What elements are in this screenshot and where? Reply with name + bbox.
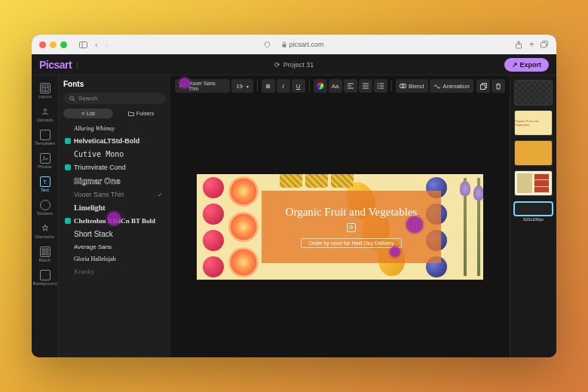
url-text: picsart.com [289,41,323,48]
headline-text[interactable]: Organic Fruit and Vegetables [286,206,418,219]
font-item[interactable]: Average Sans [63,241,166,253]
subline-text[interactable]: Order by noon for Next Day Delivery [301,238,403,248]
svg-point-26 [377,87,378,89]
font-item[interactable]: Kranky [63,265,166,277]
close-window-button[interactable] [39,41,46,48]
maximize-window-button[interactable] [60,41,67,48]
page-thumb-selected[interactable] [514,202,553,216]
rail-elements[interactable]: Elements [33,220,57,242]
font-item[interactable]: Gloria Hallelujah [63,253,166,265]
new-badge [65,218,71,224]
duplicate-button[interactable] [476,79,490,93]
font-item[interactable]: Vooer Sans Thin✓ [63,188,166,201]
font-name: Cutive Mono [74,150,124,158]
color-button[interactable] [314,79,327,93]
svg-line-15 [73,100,75,102]
rail-batch[interactable]: Batch [33,243,57,265]
svg-rect-12 [42,253,44,255]
rail-label: Layout [38,94,51,99]
fonts-view-tabs: ≡List Folders [63,109,166,118]
sidebar-toggle-icon[interactable] [79,41,87,48]
fruit-pineapple [305,174,328,188]
text-case-button[interactable]: Aa [329,79,342,93]
export-label: Export [519,61,541,69]
blend-icon [400,83,406,89]
font-item[interactable]: Sigmar One [63,174,166,188]
project-title[interactable]: ⟳ Project 31 [274,61,314,69]
fonts-panel: Fonts Search ≡List Folders Alluring Whim… [59,75,170,357]
divider [391,81,392,91]
rail-stickers[interactable]: Stickers [33,197,57,219]
font-family-label: Vooer Sans Thin [188,81,226,91]
rail-layout[interactable]: Layout [33,80,57,102]
font-list[interactable]: Alluring WhimsyHelveticaLTStd-BoldCutive… [63,123,166,353]
font-name: Sigmar One [74,176,121,185]
animation-button[interactable]: Animation [430,79,473,93]
back-button[interactable]: ‹ [95,40,98,49]
rail-text[interactable]: TText [33,173,57,195]
page-thumb-1[interactable] [514,80,553,106]
list-button[interactable] [374,79,387,93]
pages-panel: Organic Fruit and Vegetables 520x100px [510,75,556,357]
svg-point-14 [70,96,74,100]
page-thumb-3[interactable] [514,140,553,166]
blend-button[interactable]: Blend [396,79,428,93]
svg-rect-11 [46,249,48,251]
rail-templates[interactable]: Templates [33,127,57,149]
svg-point-9 [43,157,44,158]
tab-list[interactable]: ≡List [63,109,113,118]
font-search-input[interactable]: Search [63,93,166,104]
app-logo[interactable]: Picsart [39,59,72,71]
font-item[interactable]: Alluring Whimsy [63,123,166,134]
rail-label: Text [41,188,49,192]
font-item[interactable]: Short Stack [63,228,166,240]
blend-label: Blend [409,83,424,90]
page-thumb-2[interactable]: Organic Fruit and Vegetables [514,110,553,136]
rail-background[interactable]: Background [33,267,57,289]
tab-folders[interactable]: Folders [116,109,166,118]
font-item[interactable]: Limelight [63,201,166,214]
bold-button[interactable]: B [262,79,275,93]
spacing-button[interactable] [359,79,372,93]
rail-uploads[interactable]: Uploads [33,103,57,125]
tabs-icon[interactable] [541,41,549,49]
underline-button[interactable]: U [292,79,305,93]
window-controls [39,41,67,48]
rotate-handle[interactable]: ⟳ [347,223,356,232]
font-item[interactable]: Cutive Mono [63,148,166,161]
new-tab-icon[interactable]: + [528,41,534,49]
font-name: Vooer Sans Thin [74,191,124,198]
color-wheel-icon [317,82,324,90]
rail-label: Background [32,281,57,286]
share-icon[interactable] [515,41,522,49]
fonts-panel-title: Fonts [63,80,166,88]
italic-button[interactable]: I [277,79,290,93]
divider [257,81,258,91]
artboard[interactable]: Organic Fruit and Vegetables ⟳ Order by … [197,174,483,280]
font-family-select[interactable]: A⁺ Vooer Sans Thin [175,79,230,93]
font-name: Triumvirate Cond [74,164,126,171]
forward-button[interactable]: › [106,40,109,49]
text-overlay[interactable]: Organic Fruit and Vegetables ⟳ Order by … [262,191,441,263]
rail-photos[interactable]: Photos [33,150,57,172]
page-thumb-4[interactable] [514,170,553,196]
minimize-window-button[interactable] [50,41,57,48]
font-item[interactable]: Cheltenhm XBdCn BT Bold [63,215,166,227]
font-item[interactable]: Triumvirate Cond [63,161,166,173]
lock-icon [281,41,286,47]
font-size-select[interactable]: 19▾ [231,79,253,93]
delete-button[interactable] [492,79,505,93]
font-item[interactable]: HelveticaLTStd-Bold [63,135,166,147]
align-button[interactable] [344,79,357,93]
font-name: HelveticaLTStd-Bold [74,137,139,145]
font-name: Kranky [74,268,94,275]
logo-divider: | [76,61,78,69]
canvas-stage[interactable]: Organic Fruit and Vegetables ⟳ Order by … [170,96,510,357]
svg-rect-0 [80,41,87,47]
list-icon: ≡ [81,111,84,116]
export-button[interactable]: ↗ Export [504,58,549,72]
project-name-text: Project 31 [283,61,314,69]
address-bar[interactable]: picsart.com [264,41,323,48]
font-name: Cheltenhm XBdCn BT Bold [74,217,155,225]
check-icon: ✓ [158,191,163,198]
